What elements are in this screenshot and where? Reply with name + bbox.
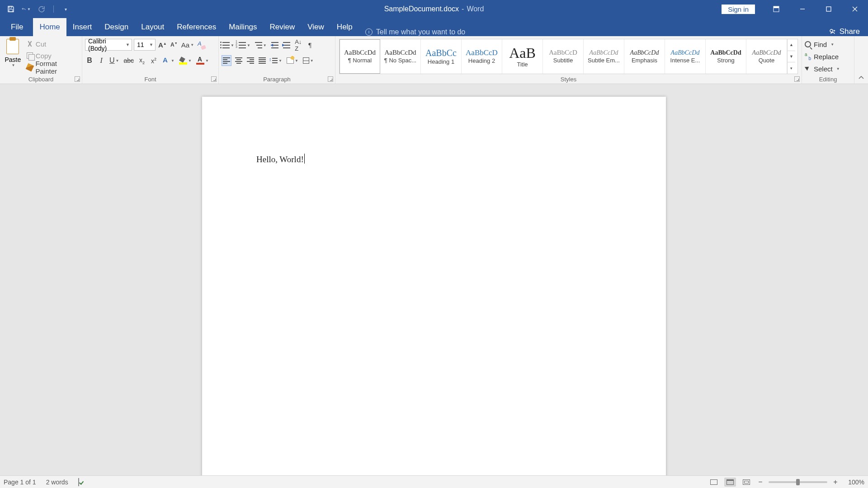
maximize-button[interactable]	[816, 0, 842, 18]
cut-label: Cut	[36, 40, 46, 48]
style-subtitle[interactable]: AaBbCcD Subtitle	[543, 39, 584, 74]
page-indicator[interactable]: Page 1 of 1	[4, 479, 36, 486]
sign-in-button[interactable]: Sign in	[722, 5, 755, 14]
shading-button[interactable]: ▼	[286, 55, 299, 66]
copy-button[interactable]: Copy	[27, 51, 79, 61]
borders-button[interactable]: ▼	[302, 55, 315, 66]
spellcheck-icon	[78, 478, 79, 486]
style-normal[interactable]: AaBbCcDd ¶ Normal	[340, 39, 380, 74]
change-case-button[interactable]: Aa▼	[180, 39, 195, 50]
word-count[interactable]: 2 words	[46, 479, 68, 486]
tab-file[interactable]: File	[0, 18, 33, 36]
tab-help[interactable]: Help	[330, 18, 359, 36]
style-quote[interactable]: AaBbCcDd Quote	[746, 39, 787, 74]
document-text[interactable]: Hello, World!	[256, 155, 304, 164]
gallery-scroll-down[interactable]: ▼	[788, 51, 795, 62]
customize-qat-button[interactable]: ▾	[61, 5, 70, 14]
minimize-button[interactable]	[789, 0, 816, 18]
strikethrough-button[interactable]: abc	[123, 55, 135, 66]
style-heading-1[interactable]: AaBbCc Heading 1	[421, 39, 462, 74]
select-button[interactable]: Select▼	[805, 63, 851, 74]
document-area[interactable]: Hello, World!	[0, 84, 868, 475]
share-icon	[829, 28, 837, 36]
bold-button[interactable]: B	[85, 55, 94, 66]
svg-rect-3	[774, 6, 779, 8]
tab-design[interactable]: Design	[98, 18, 135, 36]
tell-me-search[interactable]: Tell me what you want to do	[365, 28, 465, 36]
close-button[interactable]	[842, 0, 868, 18]
shrink-font-button[interactable]: A▼	[170, 39, 179, 50]
align-right-button[interactable]	[246, 55, 255, 66]
style-intense-emphasis[interactable]: AaBbCcDd Intense E...	[665, 39, 706, 74]
clipboard-dialog-launcher[interactable]	[75, 76, 80, 82]
find-button[interactable]: Find▼	[805, 39, 851, 50]
style-subtle-emphasis[interactable]: AaBbCcDd Subtle Em...	[584, 39, 624, 74]
style-emphasis[interactable]: AaBbCcDd Emphasis	[624, 39, 665, 74]
multilevel-list-button[interactable]: ▼	[254, 40, 268, 51]
line-spacing-button[interactable]: ▼	[269, 55, 283, 66]
ribbon-display-options-button[interactable]	[763, 0, 789, 18]
bullets-button[interactable]: ▼	[222, 40, 235, 51]
tab-mailings[interactable]: Mailings	[222, 18, 263, 36]
numbering-button[interactable]: ▼	[238, 40, 251, 51]
styles-dialog-launcher[interactable]	[794, 76, 800, 82]
align-left-button[interactable]	[222, 55, 231, 66]
document-page[interactable]: Hello, World!	[202, 97, 666, 475]
replace-icon	[805, 53, 811, 60]
style-strong[interactable]: AaBbCcDd Strong	[706, 39, 746, 74]
tab-home[interactable]: Home	[33, 18, 66, 36]
tab-insert[interactable]: Insert	[66, 18, 99, 36]
collapse-ribbon-button[interactable]	[854, 36, 868, 84]
font-color-button[interactable]: ▼	[195, 55, 210, 66]
justify-button[interactable]	[258, 55, 267, 66]
cut-button[interactable]: Cut	[27, 39, 79, 49]
gallery-expand[interactable]: ▾	[788, 62, 795, 74]
font-dialog-launcher[interactable]	[211, 76, 217, 82]
copy-label: Copy	[36, 52, 52, 60]
spell-check-status[interactable]	[78, 479, 79, 486]
ribbon: Paste ▼ Cut Copy Format Painter Clipboar…	[0, 36, 868, 84]
text-effects-button[interactable]: ▼	[161, 55, 175, 66]
font-size-combo[interactable]: 11▼	[134, 39, 156, 51]
redo-button[interactable]	[37, 5, 46, 14]
gallery-scroll-up[interactable]: ▲	[788, 39, 795, 51]
paragraph-dialog-launcher[interactable]	[328, 76, 333, 82]
find-label: Find	[814, 41, 827, 48]
save-icon[interactable]	[6, 5, 15, 14]
style-title[interactable]: AaB Title	[502, 39, 543, 74]
increase-indent-button[interactable]	[282, 40, 291, 51]
zoom-out-button[interactable]: −	[757, 479, 764, 486]
zoom-level[interactable]: 100%	[844, 479, 864, 486]
font-name-combo[interactable]: Calibri (Body)▼	[85, 39, 132, 51]
tab-review[interactable]: Review	[264, 18, 302, 36]
clipboard-group-label: Clipboard	[0, 76, 82, 83]
align-center-button[interactable]	[234, 55, 243, 66]
read-mode-view[interactable]	[708, 478, 720, 487]
superscript-button[interactable]: x2	[149, 55, 158, 66]
group-font: Calibri (Body)▼ 11▼ A▲ A▼ Aa▼ B I U▼ abc…	[82, 36, 219, 84]
clear-formatting-button[interactable]	[197, 39, 206, 50]
subscript-button[interactable]: x2	[137, 55, 146, 66]
replace-button[interactable]: Replace	[805, 51, 851, 62]
undo-button[interactable]: ▼	[22, 5, 31, 14]
tab-references[interactable]: References	[170, 18, 222, 36]
group-paragraph: ▼ ▼ ▼ A↓Z ¶ ▼ ▼ ▼ Paragraph	[219, 36, 335, 84]
zoom-in-button[interactable]: +	[832, 479, 839, 486]
tab-view[interactable]: View	[301, 18, 330, 36]
italic-button[interactable]: I	[97, 55, 106, 66]
style-no-spacing[interactable]: AaBbCcDd ¶ No Spac...	[380, 39, 421, 74]
show-hide-marks-button[interactable]: ¶	[306, 40, 315, 51]
paste-button[interactable]: Paste ▼	[3, 38, 23, 73]
decrease-indent-button[interactable]	[270, 40, 279, 51]
underline-button[interactable]: U▼	[108, 55, 120, 66]
sort-button[interactable]: A↓Z	[294, 40, 303, 51]
format-painter-button[interactable]: Format Painter	[27, 62, 79, 72]
highlight-button[interactable]: ▼	[178, 55, 193, 66]
share-button[interactable]: Share	[821, 27, 868, 36]
web-layout-view[interactable]	[741, 478, 752, 487]
grow-font-button[interactable]: A▲	[157, 39, 168, 50]
tab-layout[interactable]: Layout	[135, 18, 170, 36]
print-layout-view[interactable]	[724, 478, 736, 487]
zoom-slider[interactable]	[769, 481, 827, 483]
style-heading-2[interactable]: AaBbCcD Heading 2	[462, 39, 502, 74]
